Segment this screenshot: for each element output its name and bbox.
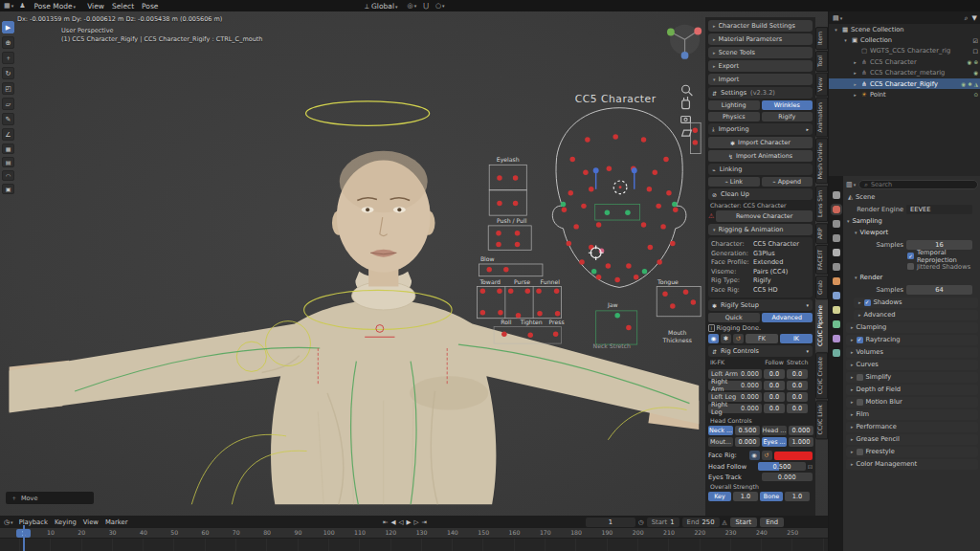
ikfk-slider[interactable]: Right Arm0.000 [708,381,762,390]
row-checkbox[interactable]: ☑ [973,37,978,44]
extra-tool[interactable]: ▣ [2,184,14,194]
import-animations-button[interactable]: ↯ Import Animations [708,150,813,162]
stretch-field[interactable]: 0.0 [787,381,808,390]
prop-section-raytracing[interactable]: ▸✓Raytracing [846,335,978,346]
section-scene-tools[interactable]: ▸Scene Tools [708,47,813,58]
pose-push-tool[interactable]: ▤ [2,157,14,167]
scale-tool[interactable]: ◰ [2,82,14,95]
key-strength-button[interactable]: Key [708,492,731,501]
eyes-track-slider[interactable]: 0.000 [762,473,813,481]
tab-cc-ic-create[interactable]: CC/iC Create [815,352,828,399]
settings-header[interactable]: ⇵ Settings (v2.3.2) [708,87,813,99]
jump-to-start-button[interactable]: ⇤ [383,518,388,526]
data-tab[interactable] [833,349,840,357]
bone-strength-button[interactable]: Bone [760,492,783,501]
stretch-field[interactable]: 0.0 [787,369,808,379]
tab-lens-sim[interactable]: Lens Sim [815,186,828,222]
tab-tool[interactable]: Tool [815,51,828,72]
rig-controls-header[interactable]: ⇵ Rig Controls ▾ [708,345,813,357]
outliner-row-cc5-character[interactable]: ▸⋔CC5 Character◉⊕ [829,56,980,67]
set-start-button[interactable]: Start [730,518,758,527]
prop-section-performance[interactable]: ▸Performance [846,422,978,433]
timeline-editor-icon[interactable]: ◷▾ [4,518,13,526]
view-perspective-icon[interactable] [682,130,692,136]
face-rig-reset-icon[interactable]: ↺ [762,451,772,460]
start-frame-field[interactable]: Start1 [647,518,679,527]
tab-view[interactable]: View [815,73,828,97]
render-engine-select[interactable]: EEVEE [906,205,972,214]
tab-mesh-online[interactable]: Mesh Online [815,138,828,184]
search-input[interactable] [871,181,938,188]
section-export[interactable]: ▸Export [708,60,813,72]
play-button[interactable]: ▶ [406,518,411,526]
move-tool[interactable]: ＋ [2,52,14,64]
prop-section-depth-of-field[interactable]: ▸Depth of Field [846,385,978,396]
rotate-tool[interactable]: ↻ [2,67,14,79]
outliner-row-point[interactable]: ▸☀Point⊙ [829,89,980,99]
end-frame-field[interactable]: End250 [682,518,720,527]
rig-figure-icon[interactable]: ✱ [721,334,731,343]
timeline-menu-view[interactable]: View [83,518,99,526]
section-checkbox[interactable] [857,399,863,406]
pivot-icon[interactable]: ◎▾ [408,2,417,10]
annotate-tool[interactable]: ✎ [2,113,14,125]
timeline-menu-marker[interactable]: Marker [105,518,128,526]
output-tab[interactable] [833,220,840,228]
view-pan-icon[interactable] [682,97,690,109]
orientation-select[interactable]: ⟂ Global▾ [362,2,401,11]
face-rig-color-field[interactable] [774,452,813,460]
fk-button[interactable]: FK [746,334,778,343]
outliner-row-wgts-cc5-character-rig[interactable]: ▢WGTS_CC5 Character_rig☐ [829,46,980,56]
navigation-gizmo[interactable] [667,25,702,59]
head-control-button[interactable]: Eyes ... [762,437,787,447]
proportional-edit-icon[interactable]: ○▾ [435,2,445,10]
physics-toggle[interactable]: Physics [708,112,760,121]
section-character-build-settings[interactable]: ▸Character Build Settings [708,20,813,32]
tab-animation[interactable]: Animation [815,98,828,138]
mode-select[interactable]: Pose Mode▾ [31,2,78,11]
render-samples-field[interactable]: 64 [906,285,972,295]
outliner-filter-icon[interactable]: ▼ [972,14,977,22]
rig-reset-icon[interactable]: ↺ [733,334,744,343]
stretch-field[interactable]: 0.0 [787,392,808,402]
section-checkbox[interactable] [857,449,863,455]
next-keyframe-button[interactable]: ▷ [413,518,418,526]
timeline-menu-keying[interactable]: Keying [55,518,77,526]
section-material-parameters[interactable]: ▸Material Parameters [708,33,813,45]
view-zoom-icon[interactable] [682,85,693,96]
prop-section-volumes[interactable]: ▸Volumes [846,347,978,359]
prop-section-shadows[interactable]: ▸✓Shadows [854,298,978,309]
measure-tool[interactable]: ∠ [2,128,14,141]
render-tab[interactable] [833,206,840,213]
properties-editor-icon[interactable]: ▥▾ [846,181,856,188]
stretch-field[interactable]: 0.0 [787,404,808,413]
rig-visibility-icon[interactable]: ◉ [708,334,719,343]
cleanup-header[interactable]: ⊘ Clean Up [708,188,813,200]
prop-section-film[interactable]: ▸Film [846,409,978,421]
physics-tab[interactable] [833,320,840,328]
menu-view[interactable]: View [84,2,107,11]
cursor-tool[interactable]: ⊕ [2,36,14,49]
menu-pose[interactable]: Pose [139,2,161,11]
quick-rig-button[interactable]: Quick [708,313,760,322]
render-subsection[interactable]: ▾Render [846,272,978,283]
playhead[interactable] [23,525,25,551]
prop-section-clamping[interactable]: ▸Clamping [846,322,978,334]
timeline-tracks[interactable] [0,539,828,551]
sampling-section[interactable]: ▾Sampling [846,215,978,227]
prop-section-simplify[interactable]: ▸Simplify [846,372,978,384]
pose-breakdowner-tool[interactable]: ▦ [2,143,14,154]
head-control-button[interactable]: Mout... [708,437,733,447]
view-layer-tab[interactable] [833,234,840,242]
world-tab[interactable] [833,263,840,271]
prop-section-color-management[interactable]: ▸Color Management [846,459,978,471]
head-control-button[interactable]: Neck ... [708,426,733,435]
tab-cc-ic-link[interactable]: CC/iC Link [815,400,828,439]
face-rig-board[interactable]: CC5 Character EyelashPush / PullBlowTowa… [477,93,701,349]
prop-section-motion-blur[interactable]: ▸Motion Blur [846,397,978,408]
outliner-row-collection[interactable]: ▾▣Collection☑ [829,34,980,45]
ik-button[interactable]: IK [780,334,813,343]
play-reverse-button[interactable]: ◁ [398,518,403,526]
prop-section-advanced[interactable]: ▸Advanced [854,310,978,321]
head-follow-slider[interactable]: 0.500 [758,462,806,471]
